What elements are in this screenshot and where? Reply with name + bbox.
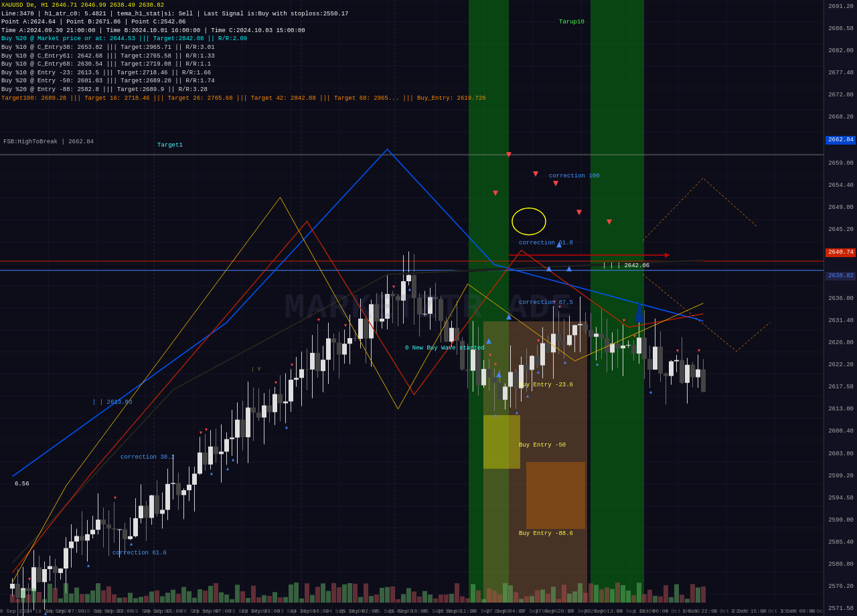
price-2654: 2654.40 (826, 182, 856, 189)
price-2636: 2636.00 (826, 295, 856, 303)
price-2659: 2659.00 (826, 160, 856, 167)
price-2594: 2594.58 (826, 495, 856, 502)
price-2677: 2677.40 (826, 70, 856, 77)
price-2599: 2599.20 (826, 473, 856, 480)
price-2617: 2617.58 (826, 384, 856, 391)
price-2668: 2668.20 (826, 114, 856, 121)
price-2571: 2571.58 (826, 605, 856, 613)
chart-canvas (0, 0, 824, 616)
price-2626: 2626.80 (826, 339, 856, 347)
price-2590: 2590.00 (826, 517, 856, 524)
price-2613: 2613.00 (826, 406, 856, 413)
price-2603: 2603.80 (826, 451, 856, 458)
price-2585: 2585.40 (826, 539, 856, 546)
fsb-label: FSB:HighToBreak | 2662.84 (3, 139, 94, 145)
price-2691: 2691.20 (826, 3, 856, 11)
chart-container: MARKETZTR ADE XAUUSD De, H1 2646.71 2646… (0, 0, 857, 616)
price-2682: 2682.00 (826, 48, 856, 55)
price-2580: 2580.80 (826, 561, 856, 568)
price-2645: 2645.20 (826, 226, 856, 234)
price-2640-highlight: 2640.74 (826, 248, 856, 257)
price-2576: 2576.20 (826, 583, 856, 591)
price-axis: 2691.20 2686.58 2682.00 2677.40 2672.80 … (824, 0, 857, 616)
price-2672: 2672.80 (826, 92, 856, 99)
price-2686: 2686.58 (826, 25, 856, 33)
price-2631: 2631.40 (826, 317, 856, 325)
price-2649: 2649.80 (826, 204, 856, 212)
price-2662-highlight: 2662.84 (826, 136, 856, 145)
price-2608: 2608.40 (826, 428, 856, 435)
price-2638-highlight: 2638.82 (826, 272, 856, 281)
price-2622: 2622.20 (826, 362, 856, 369)
